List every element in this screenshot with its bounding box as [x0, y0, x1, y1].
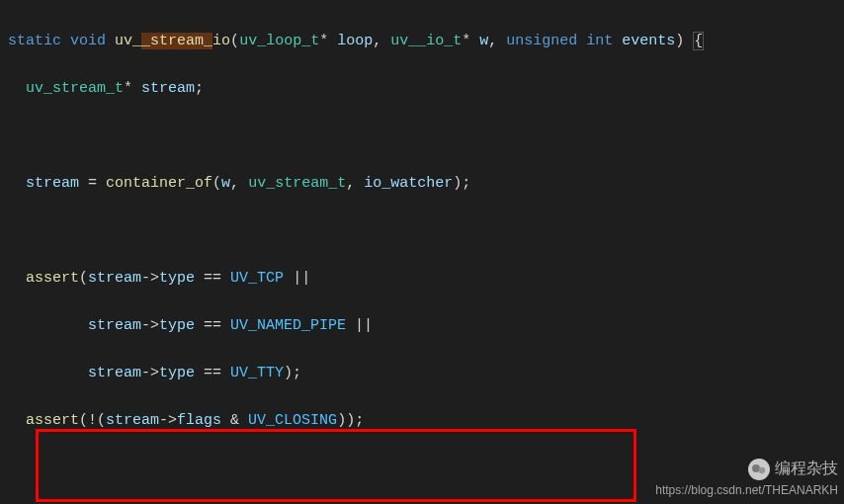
watermark-title: 编程杂技 — [655, 456, 838, 481]
code-line — [8, 125, 844, 148]
svg-point-2 — [759, 467, 765, 473]
code-line: static void uv__stream_io(uv_loop_t* loo… — [8, 30, 844, 53]
svg-point-1 — [752, 464, 760, 472]
code-line: stream->type == UV_NAMED_PIPE || — [8, 314, 844, 338]
code-line: stream->type == UV_TTY); — [8, 362, 844, 385]
watermark-url: https://blog.csdn.net/THEANARKH — [655, 481, 838, 500]
code-line: assert(!(stream->flags & UV_CLOSING)); — [8, 409, 844, 433]
code-line: uv_stream_t* stream; — [8, 77, 844, 101]
code-line: stream = container_of(w, uv_stream_t, io… — [8, 172, 844, 196]
wechat-icon — [747, 458, 771, 481]
watermark: 编程杂技 https://blog.csdn.net/THEANARKH — [655, 456, 838, 500]
code-block: static void uv__stream_io(uv_loop_t* loo… — [0, 0, 844, 504]
code-line — [8, 219, 844, 243]
code-line: assert(stream->type == UV_TCP || — [8, 267, 844, 291]
function-name: uv__stream_io — [115, 33, 230, 49]
